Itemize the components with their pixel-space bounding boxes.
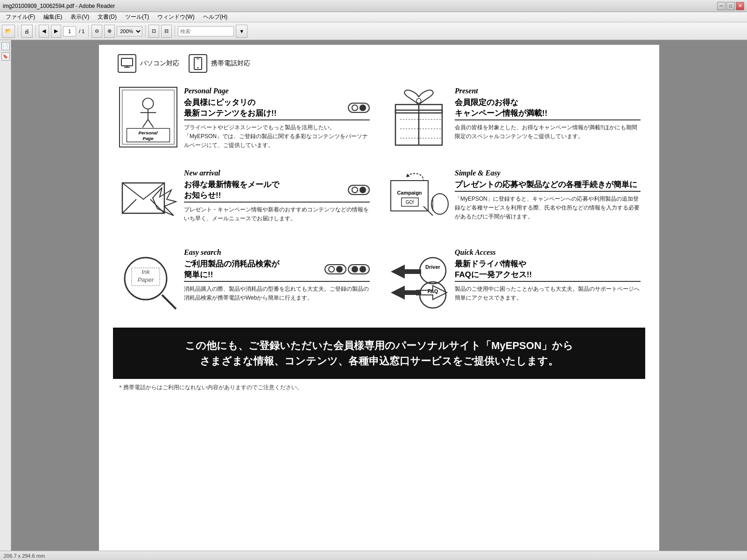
new-arrival-body: プレゼント・キャンペーン情報や新着のおすすめコンテンツなどの情報をいち早く、メー…: [184, 205, 370, 223]
page-total: / 1: [79, 28, 85, 34]
close-button[interactable]: ✕: [736, 2, 744, 10]
quick-access-heading: 最新ドライバ情報やFAQに一発アクセス!!: [455, 259, 641, 282]
svg-marker-35: [406, 174, 410, 177]
menu-tools[interactable]: ツール(T): [121, 12, 153, 22]
fit-width-button[interactable]: ⊟: [161, 25, 172, 38]
menu-file[interactable]: ファイル(F): [2, 12, 39, 22]
simple-easy-heading: プレゼントの応募や製品などの各種手続きが簡単に: [455, 179, 641, 192]
toolbar-forward[interactable]: ▶: [51, 25, 61, 38]
toggle-dot-off-3: [328, 266, 335, 273]
search-input[interactable]: [178, 26, 234, 36]
new-arrival-title: New arrival: [184, 169, 370, 177]
simple-easy-title: Simple & Easy: [455, 169, 641, 177]
status-dimensions: 206.7 x 294.6 mm: [4, 553, 45, 559]
new-arrival-image: [118, 169, 178, 230]
section-simple-easy: Campaign GO!: [384, 164, 645, 234]
quick-access-content: Quick Access 最新ドライバ情報やFAQに一発アクセス!! 製品のご使…: [455, 248, 641, 314]
svg-text:Paper: Paper: [138, 276, 154, 283]
new-arrival-content: New arrival お得な最新情報をメールでお知らせ!! プレゼント・キャン…: [184, 169, 370, 230]
menu-view[interactable]: 表示(V): [67, 12, 93, 22]
toggle-dot-on-3: [336, 266, 343, 273]
simple-easy-body: 「MyEPSON」に登録すると、キャンペーンへの応募や利用製品の追加登録など各種…: [455, 195, 641, 222]
easy-search-image: Ink Paper: [118, 248, 178, 314]
svg-line-37: [162, 295, 176, 309]
toggle-dot-on-4: [352, 266, 358, 273]
svg-marker-41: [391, 265, 421, 279]
search-dropdown-button[interactable]: ▼: [236, 25, 247, 38]
easy-search-toggle-1[interactable]: [324, 264, 346, 274]
personal-page-heading: 会員様にピッタリの最新コンテンツをお届け!!: [184, 97, 370, 120]
quick-access-title: Quick Access: [455, 248, 641, 257]
svg-point-20: [416, 98, 421, 103]
title-bar: img20100909_10062594.pdf - Adobe Reader …: [0, 0, 747, 12]
toolbar-separator-1: [18, 25, 18, 37]
easy-search-body: 消耗品購入の際、製品や消耗品の型番を忘れても大丈夫。ご登録の製品の消耗品検索が携…: [184, 285, 370, 302]
section-personal-page: Personal Page Personal Page 会員様にピッタリの最新コ…: [113, 82, 374, 155]
toolbar-open[interactable]: 📂: [2, 25, 15, 38]
section-easy-search: Ink Paper Easy search ご利用製品の消耗品検索が簡単に!!: [113, 244, 374, 318]
menu-window[interactable]: ウィンドウ(W): [154, 12, 198, 22]
svg-text:Page: Page: [142, 136, 154, 141]
menu-help[interactable]: ヘルプ(H): [199, 12, 232, 22]
status-bar: 206.7 x 294.6 mm: [0, 551, 747, 560]
toolbar-separator-2: [35, 25, 36, 37]
footer-banner: この他にも、ご登録いただいた会員様専用のパーソナルサイト「MyEPSON」から …: [113, 328, 645, 379]
toolbar: 📂 🖨 ◀ ▶ / 1 ⊖ ⊕ 200% 100% 150% ⊡ ⊟ ▼: [0, 22, 747, 40]
simple-easy-content: Simple & Easy プレゼントの応募や製品などの各種手続きが簡単に 「M…: [455, 169, 641, 230]
tool-bookmarks[interactable]: 🔖: [1, 52, 10, 61]
present-image: [388, 87, 449, 150]
svg-text:Personal: Personal: [138, 130, 157, 135]
main-grid: Personal Page Personal Page 会員様にピッタリの最新コ…: [113, 82, 645, 318]
zoom-in-button[interactable]: ⊕: [104, 25, 115, 38]
top-icons-row: パソコン対応 携帯電話対応: [113, 54, 645, 73]
fit-page-button[interactable]: ⊡: [148, 25, 159, 38]
pdf-page: パソコン対応 携帯電話対応: [99, 45, 659, 558]
toolbar-print[interactable]: 🖨: [21, 25, 33, 38]
content-area[interactable]: パソコン対応 携帯電話対応: [11, 40, 747, 560]
svg-rect-0: [121, 58, 133, 66]
footer-line2: さまざまな情報、コンテンツ、各種申込窓口サービスをご提供いたします。: [118, 353, 641, 369]
mobile-compatible: 携帯電話対応: [189, 54, 250, 73]
present-title: Present: [455, 87, 641, 95]
menu-document[interactable]: 文書(D): [94, 12, 120, 22]
easy-search-toggles: [324, 264, 370, 274]
menu-edit[interactable]: 編集(E): [40, 12, 66, 22]
personal-page-body: プライベートやビジネスシーンでもっと製品を活用したい。「MyEPSON」では、ご…: [184, 123, 370, 150]
pc-compatible: パソコン対応: [118, 54, 179, 73]
svg-text:Ink: Ink: [141, 268, 150, 275]
page-number-input[interactable]: [63, 26, 76, 36]
toolbar-back[interactable]: ◀: [39, 25, 49, 38]
left-panel: 📄 🔖: [0, 40, 11, 560]
toggle-dot-on-5: [359, 266, 366, 273]
svg-line-25: [122, 199, 136, 213]
toggle-dot-off: [352, 105, 358, 111]
zoom-select[interactable]: 200% 100% 150%: [117, 26, 142, 36]
pc-label: パソコン対応: [140, 59, 179, 68]
tool-pages[interactable]: 📄: [1, 42, 10, 50]
svg-text:GO!: GO!: [406, 200, 414, 205]
restore-button[interactable]: □: [726, 2, 735, 10]
svg-text:Campaign: Campaign: [397, 190, 422, 196]
easy-search-content: Easy search ご利用製品の消耗品検索が簡単に!!: [184, 248, 370, 314]
zoom-out-button[interactable]: ⊖: [92, 25, 102, 38]
personal-page-title: Personal Page: [184, 87, 370, 95]
personal-page-toggle[interactable]: [348, 103, 370, 113]
svg-text:Driver: Driver: [425, 264, 441, 270]
present-content: Present 会員限定のお得なキャンペーン情報が満載!! 会員の皆様を対象とし…: [455, 87, 641, 150]
easy-search-toggle-2[interactable]: [348, 264, 370, 274]
toolbar-separator-4: [145, 25, 146, 37]
svg-point-4: [197, 67, 199, 69]
minimize-button[interactable]: ─: [717, 2, 726, 10]
present-body: 会員の皆様を対象とした、お得なキャンペーン情報が満載!!ほかにも期間限定のスペシ…: [455, 123, 641, 141]
bottom-note: ＊携帯電話からはご利用になれない内容がありますのでご注意ください。: [113, 384, 645, 392]
section-new-arrival: New arrival お得な最新情報をメールでお知らせ!! プレゼント・キャン…: [113, 164, 374, 234]
personal-page-image: Personal Page: [118, 87, 178, 150]
footer-line1: この他にも、ご登録いただいた会員様専用のパーソナルサイト「MyEPSON」から: [118, 338, 641, 353]
svg-point-43: [420, 258, 446, 284]
new-arrival-toggle[interactable]: [348, 185, 370, 195]
menu-bar: ファイル(F) 編集(E) 表示(V) 文書(D) ツール(T) ウィンドウ(W…: [0, 12, 747, 22]
easy-search-title: Easy search: [184, 248, 370, 257]
new-arrival-heading: お得な最新情報をメールでお知らせ!!: [184, 179, 370, 203]
window-controls: ─ □ ✕: [717, 2, 744, 10]
personal-page-content: Personal Page 会員様にピッタリの最新コンテンツをお届け!! プライ…: [184, 87, 370, 150]
